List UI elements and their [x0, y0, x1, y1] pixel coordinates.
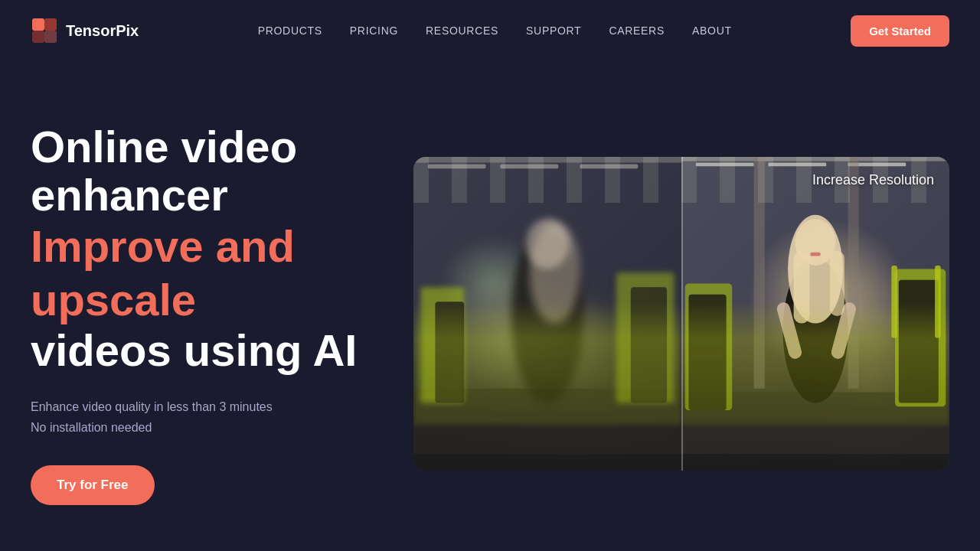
- video-comparison-panel: Increase Resolution: [413, 157, 949, 471]
- nav-support[interactable]: SUPPORT: [526, 24, 581, 37]
- hero-desc-line1: Enhance video quality in less than 3 min…: [31, 400, 273, 413]
- hero-title-accent: Improve and upscale: [31, 221, 295, 324]
- ceiling-lights-left: [413, 157, 681, 203]
- nav-pricing[interactable]: PRICING: [350, 24, 398, 37]
- logo-link[interactable]: TensorPix: [31, 17, 139, 44]
- nav-resources[interactable]: RESOURCES: [426, 24, 498, 37]
- hero-description: Enhance video quality in less than 3 min…: [31, 396, 383, 438]
- brand-name: TensorPix: [66, 22, 139, 40]
- hero-text-block: Online video enhancer Improve and upscal…: [31, 122, 383, 506]
- nav-links: PRODUCTS PRICING RESOURCES SUPPORT CAREE…: [258, 24, 732, 37]
- get-started-button[interactable]: Get Started: [851, 15, 949, 47]
- video-left-panel: [413, 157, 681, 471]
- equipment-shape-right: [681, 302, 949, 425]
- try-for-free-button[interactable]: Try for Free: [31, 465, 155, 505]
- svg-rect-0: [32, 18, 44, 31]
- video-right-panel: Increase Resolution: [681, 157, 949, 471]
- nav-careers[interactable]: CAREERS: [609, 24, 665, 37]
- hero-title-line3: videos using AI: [31, 325, 357, 375]
- navbar: TensorPix PRODUCTS PRICING RESOURCES SUP…: [0, 0, 980, 61]
- svg-rect-1: [44, 18, 57, 31]
- hero-title-line1: Online video: [31, 122, 297, 171]
- nav-products[interactable]: PRODUCTS: [258, 24, 322, 37]
- svg-rect-2: [32, 31, 44, 43]
- video-resolution-label: Increase Resolution: [812, 172, 934, 188]
- video-divider: [681, 157, 683, 471]
- nav-about[interactable]: ABOUT: [692, 24, 732, 37]
- logo-icon: [31, 17, 58, 44]
- hero-title-line2: enhancer: [31, 170, 228, 220]
- svg-rect-3: [44, 31, 57, 43]
- hero-desc-line2: No installation needed: [31, 421, 152, 434]
- hero-title: Online video enhancer Improve and upscal…: [31, 122, 383, 376]
- svg-rect-36: [810, 253, 820, 256]
- hero-section: Online video enhancer Improve and upscal…: [0, 61, 980, 551]
- equipment-shape-left: [413, 302, 681, 425]
